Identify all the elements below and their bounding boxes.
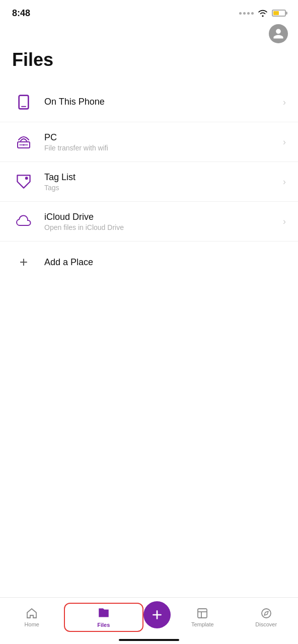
nav-files-button[interactable]: Files (64, 603, 144, 632)
router-icon-container (12, 130, 35, 153)
pc-title: PC (44, 132, 283, 143)
chevron-icon: › (283, 97, 286, 108)
nav-template-button[interactable]: Template (171, 605, 235, 629)
phone-icon-container (12, 91, 35, 114)
signal-icon (239, 12, 254, 15)
profile-button[interactable] (269, 24, 288, 43)
add-place-label: Add a Place (44, 257, 93, 268)
nav-add-button[interactable] (143, 601, 171, 628)
svg-point-4 (23, 144, 25, 146)
on-this-phone-item[interactable]: On This Phone › (0, 83, 298, 122)
chevron-icon: › (283, 137, 286, 147)
avatar-icon (272, 28, 284, 40)
icloud-title: iCloud Drive (44, 212, 283, 222)
status-time: 8:48 (12, 8, 30, 19)
svg-point-9 (262, 609, 271, 618)
wifi-icon (258, 9, 268, 17)
bottom-nav: Home Files Template Discover (0, 597, 298, 644)
discover-icon (260, 607, 272, 619)
icloud-item[interactable]: iCloud Drive Open files in iCloud Drive … (0, 202, 298, 242)
icloud-subtitle: Open files in iCloud Drive (44, 223, 283, 231)
tag-list-title: Tag List (44, 172, 283, 183)
nav-template-label: Template (191, 621, 214, 627)
add-icon: + (12, 251, 35, 274)
status-bar: 8:48 (0, 0, 298, 24)
tag-list-subtitle: Tags (44, 184, 283, 192)
profile-area (0, 24, 298, 47)
chevron-icon: › (283, 177, 286, 187)
pc-subtitle: File transfer with wifi (44, 144, 283, 152)
on-this-phone-content: On This Phone (44, 97, 283, 108)
cloud-icon-container (12, 210, 35, 233)
nav-home-button[interactable]: Home (0, 605, 64, 629)
files-icon (97, 607, 110, 620)
nav-discover-button[interactable]: Discover (235, 605, 299, 629)
pc-content: PC File transfer with wifi (44, 132, 283, 152)
tag-list-content: Tag List Tags (44, 172, 283, 192)
chevron-icon: › (283, 216, 286, 227)
cloud-icon (16, 213, 32, 229)
tag-icon (16, 174, 32, 190)
phone-icon (16, 94, 32, 110)
pc-item[interactable]: PC File transfer with wifi › (0, 122, 298, 162)
svg-rect-6 (198, 609, 207, 618)
tag-list-item[interactable]: Tag List Tags › (0, 162, 298, 202)
plus-icon (151, 608, 164, 621)
home-icon (26, 607, 38, 619)
nav-home-label: Home (25, 621, 39, 627)
svg-point-5 (25, 177, 28, 180)
nav-discover-label: Discover (255, 621, 277, 627)
home-indicator (119, 639, 179, 641)
status-icons (239, 9, 286, 17)
files-list: On This Phone › PC File transfer with wi… (0, 83, 298, 242)
battery-icon (272, 10, 286, 17)
nav-files-label: Files (97, 622, 110, 628)
tag-icon-container (12, 170, 35, 193)
router-icon (16, 134, 32, 150)
icloud-content: iCloud Drive Open files in iCloud Drive (44, 212, 283, 231)
template-icon (196, 607, 208, 619)
on-this-phone-title: On This Phone (44, 97, 283, 107)
add-place-item[interactable]: + Add a Place (0, 242, 298, 283)
page-title: Files (0, 47, 298, 83)
